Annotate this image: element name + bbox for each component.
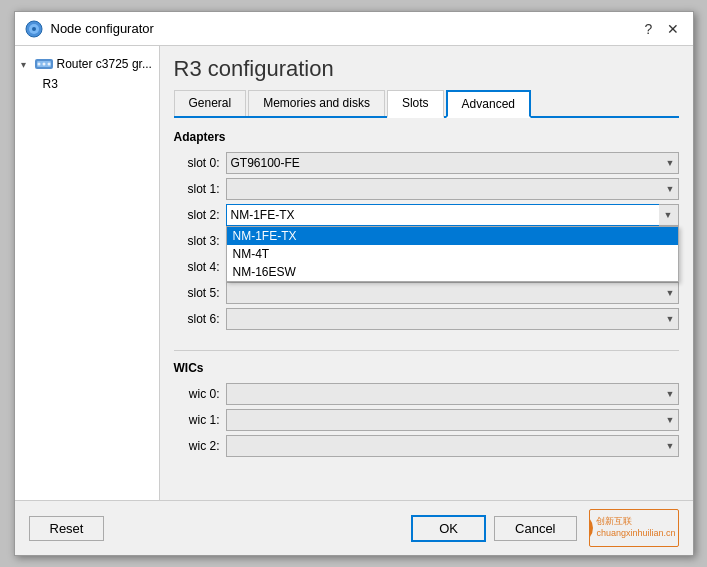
slot-5-row: slot 5: bbox=[174, 282, 679, 304]
wics-section: WICs wic 0: wic 1: bbox=[174, 361, 679, 461]
window-title: Node configurator bbox=[51, 21, 154, 36]
dropdown-item-nm4t[interactable]: NM-4T bbox=[227, 245, 678, 263]
slot-2-label: slot 2: bbox=[174, 208, 226, 222]
watermark-text: 创新互联 chuangxinhuilian.cn bbox=[596, 516, 675, 539]
panel-title: R3 configuration bbox=[174, 56, 679, 82]
tab-bar: General Memories and disks Slots Advance… bbox=[174, 90, 679, 118]
wics-label: WICs bbox=[174, 361, 679, 375]
slot-2-row: slot 2: NM-1FE-TX ▼ NM-1FE-TX NM-4T NM-1… bbox=[174, 204, 679, 226]
wic-1-row: wic 1: bbox=[174, 409, 679, 431]
wic-0-select-wrapper[interactable] bbox=[226, 383, 679, 405]
svg-point-5 bbox=[37, 63, 40, 66]
main-panel: R3 configuration General Memories and di… bbox=[160, 46, 693, 500]
slot-1-select-wrapper[interactable] bbox=[226, 178, 679, 200]
slot-3-label: slot 3: bbox=[174, 234, 226, 248]
wic-0-select[interactable] bbox=[226, 383, 679, 405]
title-bar-left: Node configurator bbox=[25, 20, 154, 38]
slot-6-select[interactable] bbox=[226, 308, 679, 330]
dropdown-item-nm16esw[interactable]: NM-16ESW bbox=[227, 263, 678, 281]
sidebar: ▾ Router c3725 gr... R3 bbox=[15, 46, 160, 500]
tree-expand-arrow: ▾ bbox=[21, 59, 31, 70]
cancel-button[interactable]: Cancel bbox=[494, 516, 576, 541]
slot-5-select-wrapper[interactable] bbox=[226, 282, 679, 304]
watermark: 创 创新互联 chuangxinhuilian.cn bbox=[589, 509, 679, 547]
wic-2-label: wic 2: bbox=[174, 439, 226, 453]
slot-6-row: slot 6: bbox=[174, 308, 679, 330]
tab-advanced[interactable]: Advanced bbox=[446, 90, 531, 118]
node-configurator-dialog: Node configurator ? ✕ ▾ Router c3725 gr.… bbox=[14, 11, 694, 556]
dialog-footer: Reset OK Cancel 创 创新互联 chuangxinhuilian.… bbox=[15, 500, 693, 555]
dialog-body: ▾ Router c3725 gr... R3 R3 configuration… bbox=[15, 46, 693, 500]
wic-2-row: wic 2: bbox=[174, 435, 679, 457]
slot-0-row: slot 0: GT96100-FE bbox=[174, 152, 679, 174]
slot-1-select[interactable] bbox=[226, 178, 679, 200]
tab-memories[interactable]: Memories and disks bbox=[248, 90, 385, 116]
r3-label: R3 bbox=[43, 77, 58, 91]
wic-0-row: wic 0: bbox=[174, 383, 679, 405]
router-icon bbox=[25, 20, 43, 38]
adapters-label: Adapters bbox=[174, 130, 679, 144]
section-divider bbox=[174, 350, 679, 351]
ok-button[interactable]: OK bbox=[411, 515, 486, 542]
svg-point-7 bbox=[47, 63, 50, 66]
router-tree-icon bbox=[35, 57, 53, 71]
slot-0-select[interactable]: GT96100-FE bbox=[226, 152, 679, 174]
slot-6-label: slot 6: bbox=[174, 312, 226, 326]
router-label: Router c3725 gr... bbox=[57, 57, 152, 71]
wic-2-select-wrapper[interactable] bbox=[226, 435, 679, 457]
close-button[interactable]: ✕ bbox=[663, 19, 683, 39]
slot-2-dropdown-arrow[interactable]: ▼ bbox=[659, 204, 679, 226]
wic-1-select-wrapper[interactable] bbox=[226, 409, 679, 431]
tab-slots[interactable]: Slots bbox=[387, 90, 444, 118]
svg-point-2 bbox=[32, 27, 36, 31]
footer-left: Reset bbox=[29, 516, 105, 541]
title-bar-buttons: ? ✕ bbox=[639, 19, 683, 39]
reset-button[interactable]: Reset bbox=[29, 516, 105, 541]
slot-6-select-wrapper[interactable] bbox=[226, 308, 679, 330]
help-button[interactable]: ? bbox=[639, 19, 659, 39]
wic-1-select[interactable] bbox=[226, 409, 679, 431]
slot-2-dropdown[interactable]: NM-1FE-TX ▼ NM-1FE-TX NM-4T NM-16ESW bbox=[226, 204, 679, 226]
slot-0-select-wrapper[interactable]: GT96100-FE bbox=[226, 152, 679, 174]
slot-0-label: slot 0: bbox=[174, 156, 226, 170]
adapters-section: Adapters slot 0: GT96100-FE slot 1: bbox=[174, 130, 679, 334]
sidebar-router-item[interactable]: ▾ Router c3725 gr... bbox=[15, 54, 159, 74]
slot-4-label: slot 4: bbox=[174, 260, 226, 274]
slot-2-dropdown-list: NM-1FE-TX NM-4T NM-16ESW bbox=[226, 226, 679, 282]
wic-2-select[interactable] bbox=[226, 435, 679, 457]
title-bar: Node configurator ? ✕ bbox=[15, 12, 693, 46]
tab-general[interactable]: General bbox=[174, 90, 247, 116]
watermark-logo: 创 bbox=[589, 514, 594, 542]
sidebar-r3-item[interactable]: R3 bbox=[15, 74, 159, 94]
wic-0-label: wic 0: bbox=[174, 387, 226, 401]
dropdown-item-nm1fetx[interactable]: NM-1FE-TX bbox=[227, 227, 678, 245]
red-arrow bbox=[160, 207, 169, 223]
wic-1-label: wic 1: bbox=[174, 413, 226, 427]
slot-1-label: slot 1: bbox=[174, 182, 226, 196]
slot-5-label: slot 5: bbox=[174, 286, 226, 300]
slot-5-select[interactable] bbox=[226, 282, 679, 304]
slot-2-input: NM-1FE-TX bbox=[226, 204, 679, 226]
slot-1-row: slot 1: bbox=[174, 178, 679, 200]
svg-point-6 bbox=[42, 63, 45, 66]
